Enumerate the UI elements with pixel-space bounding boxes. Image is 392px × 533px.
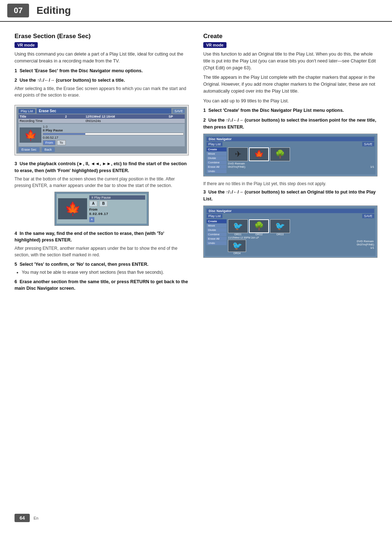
save-btn-2[interactable]: SAVE [362,214,374,218]
save-label: SAVE [173,109,185,113]
menu-divide-2[interactable]: Divide [207,228,226,232]
thumbs-row-2: 🐦 ORG1 🌳 ORG2 🐦 ORG3 [228,219,374,236]
progress-fill [43,133,85,135]
nav-bottom-info: DVD Remain0h37m(FINE) 1/1 [228,162,374,168]
col-date: 12/01Wed 12:18AM [85,114,168,119]
from-to-markers: From To [43,140,184,145]
orig-thumb-1: 🐦 [228,219,248,233]
thumb-col-4: 🐦 ORG4 [228,240,246,255]
step3-bold: Use the playback controls (►, II, ◄◄, ►►… [15,161,187,173]
thumb-col-2: 🌳 ORG2 [249,219,269,236]
disc-nav-header-1: Disc Navigator [207,137,374,141]
page-footer: 64 En [15,514,377,522]
right-step3-bold: Use the ↑/↓/←/→ (cursor buttons) to sele… [203,190,376,202]
right-step1-text: 1 Select 'Create' from the Disc Navigato… [203,107,377,114]
menu-move-2[interactable]: Move [207,224,226,228]
dvd-remain-label-1: DVD Remain0h37m(FINE) [228,162,245,168]
right-step2-num: 2 [203,118,206,123]
step1-num: 1 [15,68,17,73]
left-step-2: 2 Use the ↑/↓/←/→ (cursor buttons) to se… [15,77,189,98]
menu-move[interactable]: Move [207,152,226,156]
page-num-1: 1/1 [370,165,374,168]
step5-bold: Select 'Yes' to confirm, or 'No' to canc… [20,262,148,267]
menu-combine-2[interactable]: Combine [207,232,226,236]
playlist-label-2: Play List [207,214,222,218]
disc-nav-screen-2: Disc Navigator Play List SAVE Create Mov… [203,206,377,258]
left-step-5: 5 Select 'Yes' to confirm, or 'No' to ca… [15,261,189,276]
screen-title: Erase Sec [37,108,171,114]
step5-text: 5 Select 'Yes' to confirm, or 'No' to ca… [15,261,189,268]
thumb-3: 🌳 [270,147,290,161]
timecode-label: 1-3 [43,125,184,129]
right-step-2: 2 Use the ↑/↓/←/→ (cursor buttons) to se… [203,117,377,131]
date-label: 11/15Wed 12:30PM 2ch LP [228,236,374,239]
page-num-2: 1/1 [370,246,374,249]
save-btn-1[interactable]: SAVE [362,142,374,146]
play-status-label: II Play Pause [89,195,145,200]
menu-create[interactable]: Create [207,147,226,151]
page-number: 64 [15,514,30,522]
disc-nav-menu-1: Create Move Divide Combine Erase All Und… [207,147,226,173]
right-step2-bold: Use the ↑/↓/←/→ (cursor buttons) to sele… [203,118,376,130]
orig-label-4: ORG4 [233,252,241,255]
recording-label: Recording Time [19,119,85,123]
step6-text: 6 Erase another section from the same ti… [15,278,189,292]
screen-info: 1-3 II Play Pause 0.00.52.17 From To [43,125,184,145]
disc-nav-inner-2: Disc Navigator Play List SAVE Create Mov… [205,207,376,256]
left-step-3: 3 Use the playback controls (►, II, ◄◄, … [15,160,189,189]
thumbs-row-1: ✈ 🍁 🌳 [228,147,374,161]
dvd-remain-label-2: DVD Remain0h37m(FINE) [357,240,374,246]
playlist-label-1: Play List [207,142,222,146]
menu-undo-2[interactable]: Undo [207,241,226,245]
erase-sec-btn[interactable]: Erase Sec [19,147,40,152]
step1-bold: Select 'Erase Sec' from the Disc Navigat… [20,68,143,73]
right-step-1: 1 Select 'Create' from the Disc Navigato… [203,107,377,114]
step6-num: 6 [15,279,17,284]
ab-markers: A B [89,201,145,207]
menu-erase-all-2[interactable]: Erase All [207,237,226,241]
disc-nav-menu-2: Create Move Divide Combine Erase All Und… [207,219,226,255]
note-text: If there are no titles in the Play List … [203,181,377,187]
language-label: En [33,516,38,520]
b-box: B [99,201,107,207]
right-step-3: 3 Use the ↑/↓/←/→ (cursor buttons) to se… [203,189,377,203]
disc-nav-header-2: Disc Navigator [207,209,374,213]
disc-nav-inner-1: Disc Navigator Play List SAVE Create Mov… [205,135,376,175]
menu-erase-all[interactable]: Erase All [207,165,226,169]
bottom-row: 🐦 ORG4 DVD Remain0h37m(FINE) 1/1 [228,240,374,255]
step3-num: 3 [15,161,17,166]
play-thumbnail: 🍁 [58,198,87,219]
page-wrapper: 07 Editing Erase Section (Erase Sec) VR … [0,0,392,533]
right-step1-num: 1 [203,108,206,113]
timecode-value: 0.00.52.17 [43,136,184,139]
right-info: DVD Remain0h37m(FINE) 1/1 [247,240,374,249]
step2-sub: After selecting a title, the Erase Sec s… [15,85,189,98]
recording-time: 0h01m24s [85,119,185,123]
from-label: From [89,208,145,211]
col-title: Title [19,114,64,119]
menu-combine[interactable]: Combine [207,160,226,164]
left-column: Erase Section (Erase Sec) VR mode Using … [15,33,189,295]
a-box: A [89,201,97,207]
step4-bold: In the same way, find the end of the sec… [15,231,164,243]
right-vr-badge: VR mode [203,42,226,48]
left-step-1: 1 Select 'Erase Sec' from the Disc Navig… [15,68,189,74]
thumb-area: 🍁 1-3 II Play Pause 0.00.52.17 From T [19,124,185,146]
menu-create-2[interactable]: Create [207,219,226,223]
leaf-icon-2: 🍁 [65,201,81,216]
erase-sec-screen-1: Play List Erase Sec SAVE Title 2 12/01We… [15,105,189,155]
right-step2-text: 2 Use the ↑/↓/←/→ (cursor buttons) to se… [203,117,377,131]
step3-text: 3 Use the playback controls (►, II, ◄◄, … [15,160,189,174]
left-step-4: 4 In the same way, find the end of the s… [15,230,189,259]
back-btn[interactable]: Back [42,147,55,152]
step2-bold: Use the ↑/↓/←/→ (cursor buttons) to sele… [20,78,125,83]
orig-label-2: ORG2 [256,233,263,236]
orig-thumb-2: 🌳 [249,219,269,233]
right-step3-text: 3 Use the ↑/↓/←/→ (cursor buttons) to se… [203,189,377,203]
step2-text: 2 Use the ↑/↓/←/→ (cursor buttons) to se… [15,77,189,84]
menu-undo[interactable]: Undo [207,169,226,173]
orig-label-3: ORG3 [277,233,284,236]
right-intro-text: Use this function to add an Original tit… [203,51,377,71]
menu-divide[interactable]: Divide [207,156,226,160]
right-step3-num: 3 [203,190,206,195]
